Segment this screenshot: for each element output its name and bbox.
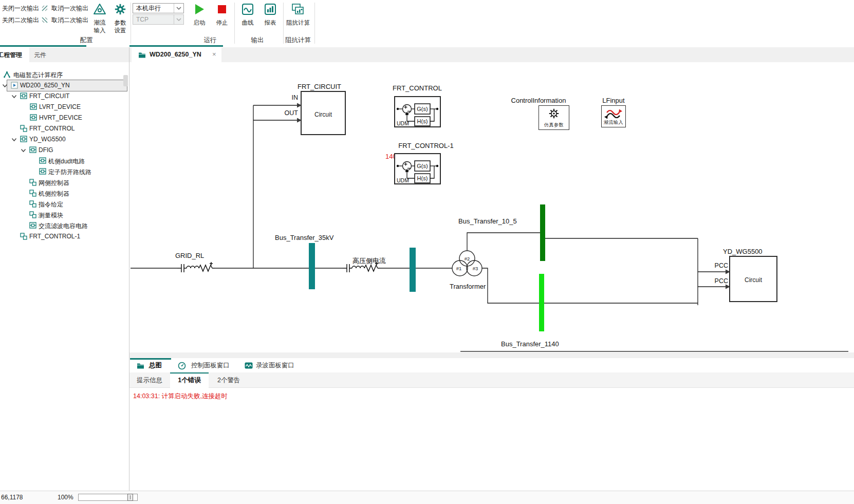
parameter-settings-button[interactable]: 参数 设置: [110, 3, 131, 42]
transformer-symbol[interactable]: #1 #2 #3: [452, 251, 482, 276]
status-bar: 66,1178 100%: [0, 491, 854, 504]
tab-wave-panel-window[interactable]: 录波面板窗口: [256, 361, 294, 370]
tree-item-frt-control[interactable]: FRT_CONTROL: [0, 123, 129, 134]
loadflow-wave-icon: [603, 106, 624, 121]
tree-item-machine-side-controller[interactable]: 机侧控制器: [0, 188, 129, 199]
group-label-config: 配置: [71, 36, 102, 45]
tab-control-panel-window[interactable]: 控制面板窗口: [191, 361, 230, 370]
grid-rl-symbol[interactable]: [177, 262, 215, 272]
ribbon-accent-underline: [0, 45, 86, 47]
cancel-secondary-output-button[interactable]: 取消二次输出: [51, 16, 88, 25]
subtab-errors[interactable]: 1个错误: [170, 372, 209, 388]
frt-circuit-block[interactable]: Circuit: [301, 91, 346, 135]
yd-wg5500-title: YD_WG5500: [723, 248, 763, 255]
grid-rl-label: GRID_RL: [175, 252, 204, 259]
secondary-output-disconnect-icon: [41, 16, 48, 24]
transformer-label: Transformer: [450, 283, 486, 290]
close-primary-output-button[interactable]: 关闭一次输出: [2, 4, 39, 13]
tree-item-frt-control-1[interactable]: FRT_CONTROL-1: [0, 231, 129, 242]
schematic-canvas[interactable]: #1 #2 #3 FRT_CIRCUIT IN OUT Circuit FRT_…: [129, 62, 854, 352]
ribbon-toolbar: 关闭一次输出 取消一次输出 关闭二次输出 取消二次输出 潮流 输入: [0, 0, 854, 48]
frt-circuit-port-in-label: IN: [282, 94, 298, 101]
tab-document-wd200[interactable]: WD200_6250_YN ×: [132, 47, 221, 62]
bus-transfer-1140-label: Bus_Transfer_1140: [501, 340, 559, 348]
tcp-mode-select[interactable]: TCP: [133, 14, 184, 25]
svg-text:G(s): G(s): [417, 106, 428, 112]
chevron-expanded-icon[interactable]: [11, 95, 17, 99]
tree-item-command-setpoint[interactable]: 指令给定: [0, 199, 129, 210]
application-window: 关闭一次输出 取消一次输出 关闭二次输出 取消二次输出 潮流 输入: [0, 0, 854, 504]
lfinput-title: LFinput: [593, 97, 634, 104]
frt-control-1-block[interactable]: G(s) H(s) UDM: [394, 153, 441, 184]
tree-item-ac-filter-capacitor[interactable]: 交流滤波电容电路: [0, 220, 129, 231]
tree-item-lvrt-device[interactable]: LVRT_DEVICE: [0, 102, 129, 113]
tree-item-dfig[interactable]: DFIG: [0, 145, 129, 156]
chevron-down-icon: [174, 15, 183, 24]
folder-icon: [137, 362, 144, 369]
subtab-info-messages[interactable]: 提示信息: [137, 376, 162, 385]
tree-item-app-root[interactable]: 电磁暂态计算程序: [0, 69, 129, 80]
frt-control-block[interactable]: G(s) H(s) UDM: [394, 96, 441, 127]
gear-icon: [548, 107, 560, 120]
bus-transfer-10-5-bar[interactable]: [540, 204, 545, 261]
circuit-module-icon: [39, 168, 46, 175]
control-module-icon: [20, 233, 27, 240]
control-information-block[interactable]: 仿真参数: [539, 105, 569, 130]
tree-item-grid-side-controller[interactable]: 网侧控制器: [0, 177, 129, 188]
bus-transfer-1140-bar[interactable]: [539, 274, 544, 331]
close-secondary-output-button[interactable]: 关闭二次输出: [2, 16, 39, 25]
tab-overview[interactable]: 总图: [149, 361, 162, 370]
cursor-coordinates: 66,1178: [1, 494, 23, 501]
sidebar-scrollbar-thumb[interactable]: [123, 75, 128, 86]
yd-pcc1-label: PCC: [710, 262, 728, 269]
subtab-warnings[interactable]: 2个警告: [217, 376, 240, 385]
circuit-module-icon: [20, 136, 27, 142]
tree-item-measurement-module[interactable]: 测量模块: [0, 210, 129, 220]
tree-item-hvrt-device[interactable]: HVRT_DEVICE: [0, 113, 129, 123]
svg-text:#1: #1: [456, 266, 462, 271]
gauge-icon: [178, 362, 186, 370]
group-label-impedance: 阻抗计算: [283, 36, 313, 45]
circuit-module-icon: [39, 157, 46, 164]
powerflow-triangle-icon: [93, 3, 106, 15]
zoom-slider[interactable]: [78, 494, 138, 501]
zoom-slider-thumb[interactable]: [127, 494, 133, 501]
tab-project-management[interactable]: 工程管理: [0, 47, 29, 62]
close-tab-icon[interactable]: ×: [212, 50, 216, 58]
chevron-down-icon: [174, 4, 183, 13]
control-module-icon: [29, 190, 36, 197]
tree-item-machine-dudt[interactable]: 机侧dudt电路: [0, 156, 129, 166]
waveform-icon: [245, 362, 253, 369]
chevron-expanded-icon[interactable]: [2, 84, 8, 88]
project-tree: 电磁暂态计算程序 WD200_6250_YN FRT_CIRCUIT LVRT_…: [0, 62, 129, 491]
zoom-level: 100%: [58, 494, 73, 501]
sidebar-tabbar: 工程管理 元件: [0, 47, 129, 62]
tree-item-stator-protection[interactable]: 定子防开路线路: [0, 166, 129, 177]
cancel-primary-output-button[interactable]: 取消一次输出: [51, 4, 88, 13]
ribbon-separator: [314, 3, 315, 44]
tree-item-project[interactable]: WD200_6250_YN: [0, 80, 129, 91]
circuit-module-icon: [29, 146, 36, 153]
ribbon-separator: [234, 3, 235, 44]
tab-components[interactable]: 元件: [34, 51, 46, 60]
hv-current-label: 高压侧电流: [352, 256, 386, 266]
control-module-icon: [29, 211, 36, 218]
svg-text:UDM: UDM: [397, 120, 409, 126]
group-label-run: 运行: [195, 36, 226, 45]
chevron-expanded-icon[interactable]: [21, 148, 26, 153]
svg-text:H(s): H(s): [417, 118, 428, 124]
circuit-module-icon: [20, 92, 27, 99]
bottom-panel: 总图 控制面板窗口 录波面板窗口 提示信息 1个错误 2个警告 14:03:31…: [129, 352, 854, 491]
svg-text:UDM: UDM: [397, 177, 409, 183]
serial-mode-select[interactable]: 本机串行: [133, 3, 184, 13]
active-tab-indicator: [130, 358, 171, 360]
bus-bar-unlabeled[interactable]: [410, 248, 416, 292]
chevron-expanded-icon[interactable]: [11, 138, 17, 142]
impedance-windows-icon: [291, 3, 305, 15]
bus-transfer-35kv-bar[interactable]: [309, 243, 315, 289]
app-logo-icon: [3, 71, 11, 78]
lfinput-block[interactable]: 潮流输入: [601, 105, 626, 127]
tree-item-frt-circuit[interactable]: FRT_CIRCUIT: [0, 91, 129, 102]
yd-wg5500-block[interactable]: Circuit: [729, 256, 777, 302]
tree-item-yd-wg5500[interactable]: YD_WG5500: [0, 134, 129, 145]
